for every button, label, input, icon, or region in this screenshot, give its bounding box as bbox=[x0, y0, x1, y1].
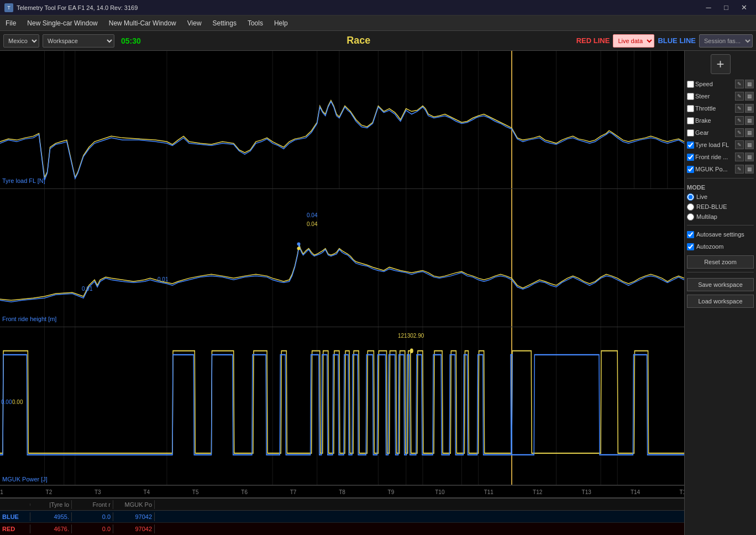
menu-item-settings[interactable]: Settings bbox=[207, 17, 242, 29]
channel-speed-color[interactable]: ▦ bbox=[745, 80, 754, 88]
channel-front-label: Front ride ... bbox=[695, 154, 734, 160]
channel-brake-row: Brake ✎ ▦ bbox=[687, 115, 754, 126]
table-row-blue: BLUE 4955. 0.0 97042 bbox=[0, 511, 684, 523]
session-time: 05:30 bbox=[121, 36, 141, 45]
channel-steer-edit[interactable]: ✎ bbox=[735, 92, 744, 101]
reset-zoom-button[interactable]: Reset zoom bbox=[687, 255, 754, 269]
mguk-zero-blue: 0.00 bbox=[1, 399, 12, 405]
channel-front-edit[interactable]: ✎ bbox=[735, 153, 744, 161]
titlebar-controls: ─ □ ✕ bbox=[701, 2, 752, 13]
channel-gear-edit[interactable]: ✎ bbox=[735, 128, 744, 137]
annotation-0-04-yellow: 0.04 bbox=[307, 221, 317, 227]
channel-mguk-color[interactable]: ▦ bbox=[745, 165, 754, 174]
x-tick-t7: T7 bbox=[290, 489, 297, 495]
channel-front-checkbox[interactable] bbox=[687, 154, 694, 161]
blue-line-label: BLUE LINE bbox=[658, 36, 696, 45]
mode-redblue-radio[interactable] bbox=[687, 203, 694, 211]
toolbar: Mexico Workspace 05:30 Race RED LINE Liv… bbox=[0, 31, 756, 51]
channel-mguk-edit[interactable]: ✎ bbox=[735, 165, 744, 174]
channel-front-color[interactable]: ▦ bbox=[745, 153, 754, 161]
mode-multilap-radio[interactable] bbox=[687, 213, 694, 221]
x-tick-t14: T14 bbox=[631, 489, 640, 495]
svg-point-57 bbox=[410, 348, 413, 353]
channel-throttle-edit[interactable]: ✎ bbox=[735, 104, 744, 113]
channel-speed-row: Speed ✎ ▦ bbox=[687, 78, 754, 90]
session-title: Race bbox=[144, 35, 573, 46]
channel-throttle-color[interactable]: ▦ bbox=[745, 104, 754, 113]
menu-item-view[interactable]: View bbox=[182, 17, 207, 29]
mguk-chart-panel[interactable]: 121302.90 0.00 0.00 MGUK Power [J] bbox=[0, 327, 684, 485]
channel-steer-checkbox[interactable] bbox=[687, 93, 694, 100]
sidebar-divider-3 bbox=[687, 272, 754, 272]
channel-brake-checkbox[interactable] bbox=[687, 117, 694, 124]
close-button[interactable]: ✕ bbox=[736, 2, 752, 13]
autosave-row: Autosave settings bbox=[687, 229, 754, 240]
track-select[interactable]: Mexico bbox=[3, 34, 39, 48]
table-header-tyre: |Tyre lo bbox=[30, 500, 72, 509]
x-tick-t3: T3 bbox=[95, 489, 101, 495]
channel-gear-color[interactable]: ▦ bbox=[745, 128, 754, 137]
autosave-checkbox[interactable] bbox=[687, 231, 694, 238]
annotation-0-04-blue: 0.04 bbox=[307, 212, 317, 218]
channel-tyre-color[interactable]: ▦ bbox=[745, 140, 754, 149]
x-tick-t6: T6 bbox=[241, 489, 248, 495]
sidebar-divider-2 bbox=[687, 225, 754, 225]
main-area: Tyre load FL [N] bbox=[0, 51, 756, 535]
channel-speed-label: Speed bbox=[695, 81, 734, 87]
menu-item-new-single-car-window[interactable]: New Single-car Window bbox=[22, 17, 103, 29]
load-workspace-button[interactable]: Load workspace bbox=[687, 295, 754, 308]
sidebar: + Speed ✎ ▦ Steer ✎ ▦ Throttle ✎ ▦ Brake… bbox=[684, 51, 756, 535]
x-tick-t13: T13 bbox=[582, 489, 591, 495]
channel-steer-color[interactable]: ▦ bbox=[745, 92, 754, 101]
menu-item-new-multi-car-window[interactable]: New Multi-Car Window bbox=[103, 17, 182, 29]
menu-item-help[interactable]: Help bbox=[269, 17, 293, 29]
mguk-zero-yellow: 0.00 bbox=[12, 399, 23, 405]
front-ride-chart-panel[interactable]: 0.04 0.04 0.01 0.01 Front ride height [m… bbox=[0, 189, 684, 327]
channel-brake-edit[interactable]: ✎ bbox=[735, 116, 744, 125]
table-blue-label: BLUE bbox=[0, 512, 30, 521]
menu-item-file[interactable]: File bbox=[0, 17, 22, 29]
channel-speed-edit[interactable]: ✎ bbox=[735, 80, 744, 88]
front-ride-chart bbox=[0, 189, 684, 327]
channel-gear-row: Gear ✎ ▦ bbox=[687, 127, 754, 138]
mode-live-label: Live bbox=[696, 193, 707, 200]
x-tick-t5: T5 bbox=[192, 489, 199, 495]
session-fastest-select[interactable]: Session fas... bbox=[699, 34, 753, 48]
mode-multilap-label: Multilap bbox=[696, 213, 717, 220]
autozoom-checkbox[interactable] bbox=[687, 243, 694, 250]
tyre-load-label: Tyre load FL [N] bbox=[2, 177, 45, 184]
table-header-row: |Tyre lo Front r MGUK Po bbox=[0, 499, 684, 511]
channel-tyre-edit[interactable]: ✎ bbox=[735, 140, 744, 149]
live-data-select[interactable]: Live data bbox=[613, 34, 654, 48]
channel-front-row: Front ride ... ✎ ▦ bbox=[687, 151, 754, 162]
mode-multilap-row: Multilap bbox=[687, 212, 754, 222]
minimize-button[interactable]: ─ bbox=[701, 2, 716, 13]
channel-tyre-label: Tyre load FL bbox=[695, 141, 734, 148]
channel-gear-checkbox[interactable] bbox=[687, 129, 694, 137]
maximize-button[interactable]: □ bbox=[718, 2, 734, 13]
table-blue-tyre: 4955. bbox=[30, 512, 72, 521]
mode-live-row: Live bbox=[687, 192, 754, 202]
workspace-select[interactable]: Workspace bbox=[43, 34, 114, 48]
mguk-annotation: 121302.90 bbox=[398, 333, 424, 339]
add-channel-button[interactable]: + bbox=[711, 54, 731, 74]
table-header-label bbox=[0, 503, 30, 506]
tyre-load-chart-panel[interactable]: Tyre load FL [N] bbox=[0, 51, 684, 189]
channel-mguk-checkbox[interactable] bbox=[687, 166, 694, 173]
x-tick-t11: T11 bbox=[484, 489, 494, 495]
x-tick-t10: T10 bbox=[435, 489, 444, 495]
channel-brake-color[interactable]: ▦ bbox=[745, 116, 754, 125]
save-workspace-button[interactable]: Save workspace bbox=[687, 278, 754, 291]
sidebar-divider-1 bbox=[687, 178, 754, 179]
channel-speed-checkbox[interactable] bbox=[687, 81, 694, 88]
menu-item-tools[interactable]: Tools bbox=[242, 17, 269, 29]
mode-live-radio[interactable] bbox=[687, 193, 694, 201]
autozoom-row: Autozoom bbox=[687, 241, 754, 252]
channel-brake-label: Brake bbox=[695, 117, 734, 124]
x-tick-t15: T15 bbox=[679, 489, 684, 495]
channel-tyre-checkbox[interactable] bbox=[687, 141, 694, 149]
channel-throttle-checkbox[interactable] bbox=[687, 105, 694, 112]
channel-mguk-row: MGUK Po... ✎ ▦ bbox=[687, 164, 754, 175]
app-icon: T bbox=[4, 3, 13, 12]
svg-point-39 bbox=[297, 247, 300, 250]
